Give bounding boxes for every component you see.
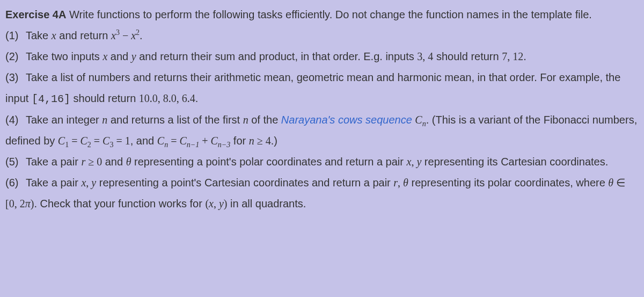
comma: , (86, 177, 91, 189)
narayana-link[interactable]: Narayana's cows sequence (281, 114, 412, 126)
text: Take two inputs (26, 50, 103, 62)
sub-n3: n−3 (218, 141, 230, 149)
text: and (102, 156, 126, 168)
text: . Check that your function works for (34, 198, 205, 209)
dot: . (195, 92, 199, 104)
text: Take (26, 30, 52, 41)
eq: = (168, 135, 179, 147)
sub-2: 2 (87, 141, 91, 149)
sup-2: 2 (136, 28, 140, 37)
text: Take a pair (26, 156, 81, 168)
math-C1: C (58, 135, 65, 147)
dot: . (523, 50, 526, 62)
text: of the (248, 114, 281, 126)
sup-3: 3 (116, 28, 120, 37)
text: and returns a list of the first (107, 114, 243, 126)
pi: π (25, 198, 31, 209)
text: and return their sum and product, in tha… (136, 50, 418, 62)
item-4: (4)Take an integer n and returns a list … (5, 110, 639, 151)
item-number: (3) (5, 67, 26, 88)
title-text: Write functions to perform the following… (66, 9, 591, 20)
text: Take an integer (26, 114, 102, 126)
eq: = (91, 135, 103, 147)
text: Take a pair (26, 177, 81, 189)
comma: , (214, 198, 219, 209)
math-n: n (249, 135, 254, 147)
math-y: y (91, 177, 96, 189)
item-6: (6)Take a pair x, y representing a point… (5, 172, 639, 214)
math-r: r (393, 177, 398, 189)
math-x2: x (131, 30, 136, 41)
math-n: n (102, 114, 107, 126)
and: , and (130, 135, 157, 147)
math-x: x (52, 30, 56, 41)
math-x3: x (111, 30, 116, 41)
minus: − (120, 30, 131, 41)
eq1: = 1 (113, 135, 130, 147)
text: and return (56, 30, 111, 41)
close-paren: ) (224, 198, 228, 209)
math-x: x (81, 177, 86, 189)
math-theta: θ (126, 156, 131, 168)
math-y: y (416, 156, 421, 168)
ge0: ≥ 0 (85, 156, 102, 168)
code-list: [4,16] (32, 93, 70, 105)
math-Cn3: C (210, 135, 217, 147)
item-3: (3)Take a list of numbers and returns th… (5, 67, 639, 110)
text: in all quadrants. (228, 198, 306, 209)
comma: , (411, 156, 416, 168)
math-n: n (243, 114, 248, 126)
item-5: (5)Take a pair r ≥ 0 and θ representing … (5, 151, 639, 172)
text: should return (70, 92, 139, 104)
vals: 10.0, 8.0, 6.4 (139, 92, 195, 104)
math-C2: C (80, 135, 87, 147)
math-theta: θ (403, 177, 408, 189)
text: representing its polar coordinates, wher… (408, 177, 608, 189)
math-x: x (209, 198, 214, 209)
text: and (107, 50, 131, 62)
title-bold: Exercise 4A (5, 9, 66, 20)
nums-34: 3, 4 (417, 50, 433, 62)
item-number: (2) (5, 46, 26, 67)
eq: = (69, 135, 80, 147)
end: .) (271, 135, 277, 147)
item-number: (6) (5, 172, 26, 193)
exercise-title: Exercise 4A Write functions to perform t… (5, 4, 639, 25)
text: representing a point's polar coordinates… (131, 156, 406, 168)
for: for (230, 135, 248, 147)
math-C3: C (103, 135, 109, 147)
math-Cn: C (157, 135, 164, 147)
math-theta: θ (608, 177, 613, 189)
comma: , (398, 177, 403, 189)
sub-n1: n−1 (187, 141, 199, 149)
math-x: x (103, 50, 107, 62)
dot: . (140, 30, 143, 41)
math-Cn1: C (179, 135, 186, 147)
math-y: y (131, 50, 136, 62)
sub-n: n (422, 120, 426, 128)
ge4: ≥ 4 (254, 135, 271, 147)
text: representing a point's Cartesian coordin… (96, 177, 393, 189)
item-number: (1) (5, 25, 26, 46)
item-1: (1)Take x and return x3 − x2. (5, 25, 639, 46)
math-C: C (415, 114, 422, 126)
text: should return (433, 50, 502, 62)
item-2: (2)Take two inputs x and y and return th… (5, 46, 639, 67)
nums-712: 7, 12 (502, 50, 523, 62)
plus: + (199, 135, 210, 147)
item-number: (5) (5, 151, 26, 172)
math-y: y (219, 198, 224, 209)
item-number: (4) (5, 110, 26, 131)
text: representing its Cartesian coordinates. (421, 156, 608, 168)
